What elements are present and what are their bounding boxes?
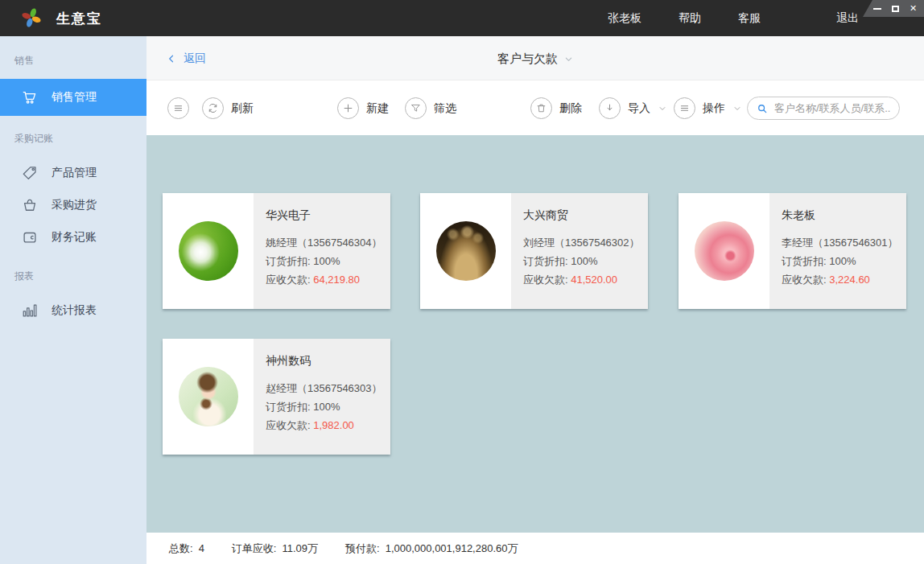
customer-card[interactable]: 华兴电子 姚经理（13567546304） 订货折扣: 100% 应收欠款: 6… (163, 193, 390, 309)
sidebar-item-finance-accounting[interactable]: 财务记账 (0, 221, 146, 253)
discount-value: 100% (313, 255, 340, 267)
user-menu[interactable]: 张老板 (608, 11, 641, 26)
download-arrow-icon (604, 102, 616, 114)
customer-card-grid: 华兴电子 姚经理（13567546304） 订货折扣: 100% 应收欠款: 6… (146, 135, 924, 533)
trash-icon (535, 102, 547, 114)
chevron-down-icon (733, 105, 741, 113)
customer-photo-panel (163, 339, 254, 455)
customer-debt: 应收欠款: 1,982.00 (266, 419, 384, 432)
chevron-down-icon (564, 55, 573, 64)
sidebar: 销售 销售管理 采购记账 产品管理 采购进货 (0, 36, 146, 564)
tag-icon (21, 164, 39, 182)
window-controls: ✕ (860, 0, 924, 17)
discount-label: 订货折扣: (523, 255, 568, 267)
sidebar-section-purchasing: 采购记账 (14, 132, 146, 146)
sidebar-item-statistics-report[interactable]: 统计报表 (0, 294, 146, 327)
sidebar-item-label: 统计报表 (52, 303, 97, 318)
page-title-text: 客户与欠款 (497, 51, 558, 65)
sidebar-item-label: 采购进货 (52, 198, 97, 212)
discount-value: 100% (571, 255, 597, 267)
search-input[interactable] (774, 102, 890, 114)
cart-icon (21, 89, 39, 106)
debt-label: 应收欠款: (266, 419, 311, 431)
toolbar: 刷新 新建 筛选 删除 导入 操作 (146, 81, 924, 135)
minimize-icon[interactable] (873, 8, 881, 10)
debt-value: 1,982.00 (313, 419, 354, 431)
menu-icon (172, 102, 184, 114)
refresh-button[interactable]: 刷新 (202, 97, 254, 119)
plus-icon (342, 102, 354, 114)
status-total: 总数: 4 (169, 541, 204, 556)
import-label: 导入 (628, 101, 650, 116)
prepayment-value: 1,000,000,001,912,280.60万 (386, 541, 518, 556)
titlebar-nav: 张老板 帮助 客服 退出 (608, 0, 859, 36)
customer-card[interactable]: 朱老板 李经理（13567546301） 订货折扣: 100% 应收欠款: 3,… (679, 193, 906, 309)
customer-info: 神州数码 赵经理（13567546303） 订货折扣: 100% 应收欠款: 1… (254, 339, 390, 455)
statusbar: 总数: 4 订单应收: 11.09万 预付款: 1,000,000,001,91… (146, 533, 924, 564)
customer-avatar (179, 221, 238, 281)
close-icon[interactable]: ✕ (910, 4, 917, 13)
customer-avatar (436, 221, 496, 281)
debt-label: 应收欠款: (523, 274, 568, 286)
sidebar-section-reports: 报表 (14, 270, 146, 283)
help-link[interactable]: 帮助 (679, 11, 701, 26)
customer-photo-panel (679, 193, 769, 309)
page-title[interactable]: 客户与欠款 (146, 51, 924, 67)
customer-photo-panel (163, 193, 254, 309)
debt-value: 41,520.00 (571, 274, 617, 286)
delete-button[interactable]: 删除 (530, 97, 582, 119)
customer-name: 华兴电子 (266, 208, 384, 223)
debt-value: 3,224.60 (829, 274, 870, 286)
sidebar-item-label: 财务记账 (52, 230, 97, 245)
titlebar: 生意宝 张老板 帮助 客服 退出 ✕ (0, 0, 924, 36)
filter-label: 筛选 (434, 101, 456, 116)
total-value: 4 (199, 542, 204, 554)
customer-contact: 刘经理（13567546302） (523, 237, 641, 249)
sidebar-item-label: 销售管理 (52, 90, 97, 105)
import-button[interactable]: 导入 (599, 97, 666, 119)
page-header: 返回 客户与欠款 (146, 36, 924, 80)
filter-button[interactable]: 筛选 (405, 97, 456, 119)
customer-info: 华兴电子 姚经理（13567546304） 订货折扣: 100% 应收欠款: 6… (254, 193, 390, 309)
logout-link[interactable]: 退出 (836, 11, 859, 26)
customer-contact: 李经理（13567546301） (782, 237, 900, 249)
app-window: 生意宝 张老板 帮助 客服 退出 ✕ 销售 销售管理 采购记账 (0, 0, 924, 564)
discount-label: 订货折扣: (266, 255, 311, 267)
customer-avatar (695, 221, 754, 281)
sidebar-item-sales-management[interactable]: 销售管理 (0, 79, 146, 116)
order-receivable-label: 订单应收: (232, 541, 277, 556)
customer-debt: 应收欠款: 3,224.60 (782, 274, 900, 286)
funnel-icon (410, 102, 422, 114)
prepayment-label: 预付款: (345, 541, 380, 556)
debt-label: 应收欠款: (782, 274, 827, 286)
refresh-icon (207, 102, 219, 114)
discount-value: 100% (313, 401, 340, 413)
customer-contact: 姚经理（13567546304） (266, 237, 384, 249)
customer-discount: 订货折扣: 100% (782, 255, 900, 268)
new-button[interactable]: 新建 (337, 97, 389, 119)
customer-discount: 订货折扣: 100% (266, 255, 384, 268)
customer-name: 大兴商贸 (523, 208, 641, 223)
bar-chart-icon (21, 302, 39, 319)
menu-button[interactable] (167, 97, 189, 119)
sidebar-item-product-management[interactable]: 产品管理 (0, 157, 146, 189)
customer-name: 朱老板 (782, 208, 900, 223)
discount-value: 100% (829, 255, 856, 267)
customer-service-link[interactable]: 客服 (738, 11, 761, 26)
customer-card[interactable]: 大兴商贸 刘经理（13567546302） 订货折扣: 100% 应收欠款: 4… (420, 193, 648, 309)
wallet-icon (21, 228, 39, 246)
delete-label: 删除 (559, 101, 582, 116)
pinwheel-logo-icon (19, 6, 43, 30)
actions-label: 操作 (703, 101, 725, 116)
actions-button[interactable]: 操作 (674, 97, 741, 119)
maximize-icon[interactable] (892, 6, 899, 12)
debt-label: 应收欠款: (266, 274, 311, 286)
customer-card[interactable]: 神州数码 赵经理（13567546303） 订货折扣: 100% 应收欠款: 1… (163, 339, 390, 455)
sidebar-item-purchase-stock[interactable]: 采购进货 (0, 189, 146, 221)
search-box[interactable] (747, 97, 900, 120)
total-label: 总数: (169, 541, 193, 556)
search-icon (757, 103, 768, 114)
customer-photo-panel (420, 193, 511, 309)
sidebar-section-sales: 销售 (14, 54, 146, 68)
discount-label: 订货折扣: (266, 401, 311, 413)
